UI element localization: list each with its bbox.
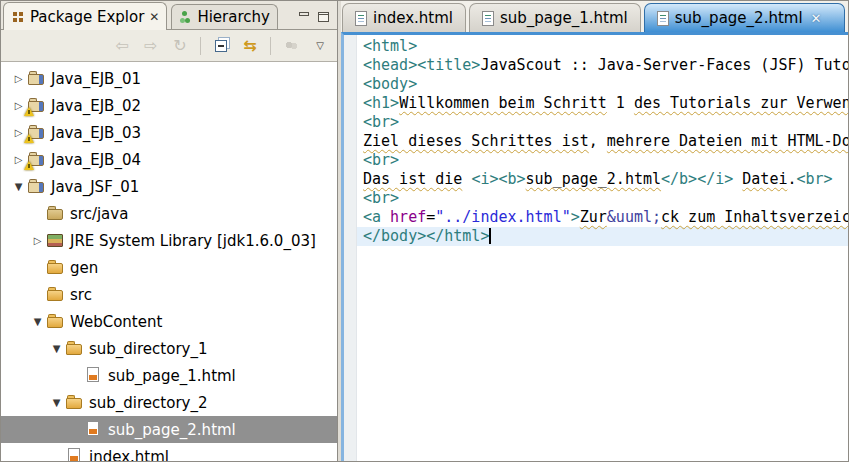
tree-item-label: Java_EJB_03 [47, 123, 145, 142]
tree-item-sub-page-2-html[interactable]: sub_page_2.html [1, 416, 337, 443]
code-token: &uuml; [607, 208, 661, 226]
code-token [381, 208, 390, 226]
close-icon[interactable]: ✕ [149, 11, 159, 23]
chevron-expanded-icon[interactable]: ▼ [47, 343, 66, 354]
back-icon: ⇦ [115, 38, 128, 54]
chevron-expanded-icon[interactable]: ▼ [28, 316, 47, 327]
editor-tab-index-html[interactable]: index.html [342, 3, 466, 32]
forward-icon[interactable]: ⇨ [142, 37, 160, 55]
tree-item-java-jsf-01[interactable]: ▼Java_JSF_01 [1, 173, 337, 200]
chevron-expanded-icon[interactable]: ▼ [47, 397, 66, 408]
folder-icon [47, 259, 66, 276]
code-line[interactable]: <br> [357, 113, 848, 132]
tab-hierarchy[interactable]: Hierarchy [171, 4, 278, 29]
link-with-editor-icon[interactable]: ⇆ [241, 37, 259, 55]
code-line[interactable]: Ziel dieses Schrittes ist, mehrere Datei… [357, 132, 848, 151]
code-token: , [589, 132, 607, 150]
chevron-collapsed-icon[interactable]: ▷ [9, 73, 28, 84]
view-menu-icon[interactable]: ▽ [311, 37, 329, 55]
maximize-icon[interactable] [318, 12, 329, 22]
code-line[interactable]: <a href="../index.html">Zur&uuml;ck zum … [357, 208, 848, 227]
tree-item-java-ejb-03[interactable]: ▷Java_EJB_03 [1, 119, 337, 146]
code-line[interactable]: <head><title>JavaScout :: Java-Server-Fa… [357, 56, 848, 75]
tree-item-sub-directory-2[interactable]: ▼sub_directory_2 [1, 389, 337, 416]
source-folder-icon [47, 205, 66, 222]
folder-icon [66, 394, 85, 411]
code-line[interactable]: <html> [357, 37, 848, 56]
close-icon[interactable]: ✕ [811, 12, 822, 25]
html-file-icon [85, 367, 104, 384]
code-token: <br> [363, 151, 399, 169]
toolbar-separator [270, 37, 271, 55]
chevron-expanded-icon[interactable]: ▼ [9, 181, 28, 192]
code-token: "../index.html" [435, 208, 570, 226]
back-icon[interactable]: ⇦ [113, 37, 131, 55]
editor-tab-label: index.html [373, 9, 453, 27]
tree-item-java-ejb-01[interactable]: ▷Java_EJB_01 [1, 65, 337, 92]
code-line[interactable]: <br> [357, 151, 848, 170]
tree-item-java-ejb-02[interactable]: ▷Java_EJB_02 [1, 92, 337, 119]
code-token: href [390, 208, 426, 226]
code-line[interactable]: <h1>Willkommen beim Schritt 1 des Tutori… [357, 94, 848, 113]
view-window-buttons [295, 12, 337, 29]
editor-panel: index.html sub_page_1.html sub_page_2.ht… [341, 1, 848, 461]
html-file-icon [66, 448, 85, 461]
java-project-icon [28, 178, 47, 195]
code-line[interactable]: Das ist die <i><b>sub_page_2.html</b></i… [357, 170, 848, 189]
folder-icon [47, 286, 66, 303]
filters-icon[interactable] [282, 37, 300, 55]
warning-overlay-icon [24, 161, 34, 170]
library-icon [47, 232, 66, 249]
collapse-all-icon[interactable] [212, 37, 230, 55]
code-line[interactable]: </body></html> [357, 227, 848, 246]
warning-overlay-icon [24, 107, 34, 116]
editor-content: <html><head><title>JavaScout :: Java-Ser… [341, 32, 848, 461]
tree-item-webcontent[interactable]: ▼WebContent [1, 308, 337, 335]
tree-item-label: Java_EJB_04 [47, 150, 145, 169]
forward-icon: ⇨ [144, 38, 157, 54]
view-toolbar: ⇦⇨↻⇆▽ [1, 30, 337, 62]
link-with-editor-icon: ⇆ [243, 38, 256, 54]
code-token: <br> [363, 113, 399, 131]
warning-overlay-icon [24, 134, 34, 143]
tree-item-label: sub_directory_1 [85, 339, 212, 358]
code-token: <br> [797, 170, 833, 188]
chevron-collapsed-icon[interactable]: ▷ [28, 235, 47, 246]
tree-item-index-html[interactable]: index.html [1, 443, 337, 461]
code-token: Datei [742, 170, 787, 188]
code-line[interactable]: <br> [357, 189, 848, 208]
annotation-ruler[interactable] [344, 35, 357, 461]
java-project-icon [28, 151, 47, 168]
up-icon: ↻ [173, 38, 186, 54]
tree-item-label: Java_JSF_01 [47, 177, 143, 196]
code-token: <i><b> [471, 170, 525, 188]
code-token: ck zum Inhaltsverzeic [661, 208, 848, 226]
tree-item-label: sub_page_1.html [104, 366, 240, 385]
up-icon[interactable]: ↻ [171, 37, 189, 55]
tree-item-label: index.html [85, 447, 173, 461]
java-project-icon [28, 70, 47, 87]
html-file-icon [85, 421, 104, 438]
tree-item-sub-directory-1[interactable]: ▼sub_directory_1 [1, 335, 337, 362]
code-token: Ziel dieses Schrittes ist [363, 132, 589, 150]
tree-item-sub-page-1-html[interactable]: sub_page_1.html [1, 362, 337, 389]
tree-item-label: WebContent [66, 312, 166, 331]
code-token: = [426, 208, 435, 226]
tab-package-explorer-label: Package Explor [30, 8, 144, 26]
code-area[interactable]: <html><head><title>JavaScout :: Java-Ser… [357, 35, 848, 461]
editor-tab-sub-page-2-html[interactable]: sub_page_2.html ✕ [644, 3, 845, 32]
code-token: mehrere Dateien mit HTML-Do [607, 132, 848, 150]
tree-item-src-java[interactable]: src/java [1, 200, 337, 227]
minimize-icon[interactable] [299, 12, 309, 16]
tree-item-jre-system-library-jdk1-6-0-03-[interactable]: ▷JRE System Library [jdk1.6.0_03] [1, 227, 337, 254]
tree-item-gen[interactable]: gen [1, 254, 337, 281]
collapse-all-icon [215, 40, 227, 52]
tree-item-java-ejb-04[interactable]: ▷Java_EJB_04 [1, 146, 337, 173]
code-token [733, 170, 742, 188]
tab-package-explorer[interactable]: Package Explor ✕ [3, 2, 167, 30]
editor-tab-sub-page-1-html[interactable]: sub_page_1.html [469, 3, 641, 32]
editor-tabbar: index.html sub_page_1.html sub_page_2.ht… [341, 1, 848, 32]
tree-item-src[interactable]: src [1, 281, 337, 308]
project-tree: ▷Java_EJB_01▷Java_EJB_02▷Java_EJB_03▷Jav… [1, 62, 337, 461]
code-line[interactable]: <body> [357, 75, 848, 94]
